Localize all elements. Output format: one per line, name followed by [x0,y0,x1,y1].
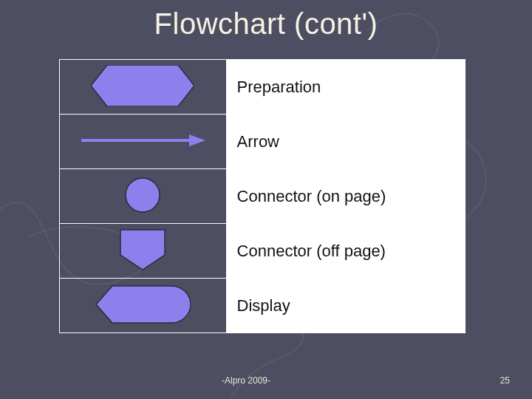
table-row: Preparation [60,60,466,115]
page-title: Flowchart (cont') [0,7,532,41]
svg-marker-2 [189,134,205,146]
svg-point-3 [126,178,160,212]
arrow-icon [80,133,205,148]
symbol-cell-preparation [60,60,227,115]
label-cell: Preparation [226,60,465,115]
slide-number: 25 [500,375,510,386]
symbol-cell-arrow [60,115,227,169]
table-row: Arrow [60,115,466,169]
symbol-cell-connector-off-page [60,224,227,279]
footer-credit: -Alpro 2009- [222,375,270,386]
symbol-cell-display [60,279,227,333]
table-row: Connector (off page) [60,224,466,279]
table-row: Connector (on page) [60,169,466,224]
table-row: Display [60,279,466,333]
svg-marker-4 [120,230,165,270]
svg-marker-0 [91,65,194,106]
flowchart-symbols-table: Preparation Arrow Connector (on page) [59,59,466,333]
offpage-connector-icon [119,228,166,271]
slide-footer: -Alpro 2009- 25 [0,375,532,389]
label-cell: Arrow [226,115,465,169]
symbol-cell-connector-on-page [60,169,227,224]
preparation-icon [91,65,194,106]
label-cell: Connector (on page) [226,169,465,224]
label-cell: Connector (off page) [226,224,465,279]
display-icon [95,284,191,324]
circle-connector-icon [124,177,161,214]
label-cell: Display [226,279,465,333]
